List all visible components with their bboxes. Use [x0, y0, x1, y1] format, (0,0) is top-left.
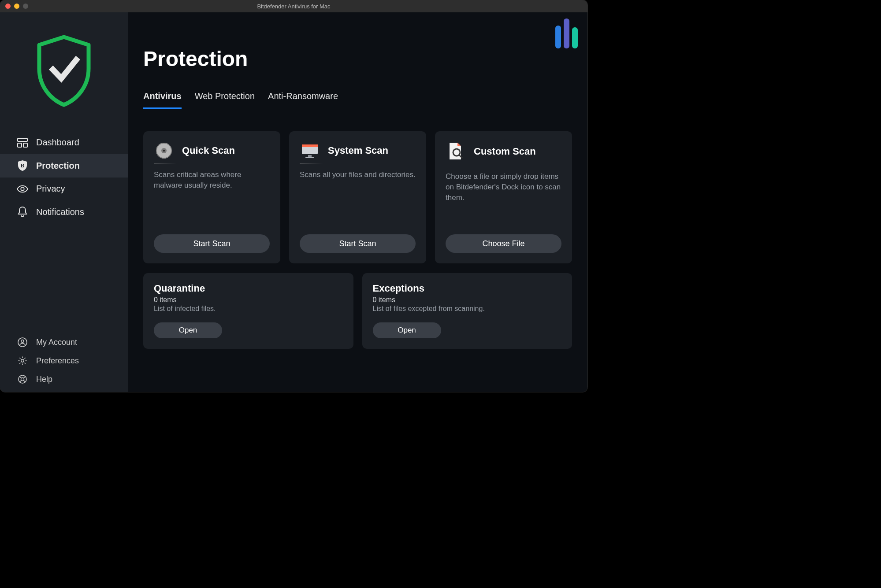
- card-desc: Scans all your files and directories.: [300, 170, 416, 229]
- shield-icon: B: [17, 160, 28, 171]
- quarantine-count: 0 items: [154, 296, 343, 304]
- sidebar: Dashboard B Protection Privacy: [0, 12, 128, 392]
- svg-rect-27: [302, 144, 318, 147]
- svg-line-20: [24, 377, 26, 378]
- window-controls: [5, 4, 28, 9]
- svg-rect-1: [18, 143, 22, 147]
- monitor-icon: [300, 142, 320, 159]
- card-desc: Scans critical areas where malware usual…: [154, 170, 270, 229]
- card-title: Quarantine: [154, 283, 343, 294]
- sidebar-item-label: Dashboard: [36, 137, 79, 148]
- dashboard-icon: [17, 138, 28, 148]
- card-title: Quick Scan: [182, 145, 235, 156]
- svg-line-13: [25, 363, 26, 364]
- svg-rect-2: [23, 143, 27, 147]
- main-content: Protection Antivirus Web Protection Anti…: [128, 12, 587, 392]
- bottom-nav: My Account Preferences Help: [0, 333, 128, 392]
- svg-rect-28: [308, 155, 312, 157]
- status-shield: [0, 12, 128, 131]
- svg-line-12: [19, 358, 20, 359]
- card-title: System Scan: [328, 145, 388, 156]
- bell-icon: [17, 206, 28, 218]
- window-title: Bitdefender Antivirus for Mac: [0, 3, 587, 10]
- sidebar-item-my-account[interactable]: My Account: [0, 333, 128, 351]
- user-icon: [17, 337, 28, 347]
- start-quick-scan-button[interactable]: Start Scan: [154, 234, 270, 253]
- tab-web-protection[interactable]: Web Protection: [195, 91, 255, 109]
- sidebar-item-label: Privacy: [36, 184, 65, 194]
- shield-check-icon: [33, 34, 95, 107]
- svg-point-6: [21, 340, 24, 343]
- svg-rect-29: [305, 157, 314, 158]
- brand-bars-icon: [555, 18, 578, 48]
- card-desc: List of files excepted from scanning.: [373, 305, 562, 313]
- card-quick-scan: Quick Scan Scans critical areas where ma…: [143, 131, 280, 263]
- eye-icon: [17, 185, 28, 193]
- card-quarantine: Quarantine 0 items List of infected file…: [143, 273, 353, 349]
- info-cards-row: Quarantine 0 items List of infected file…: [143, 273, 572, 349]
- main-nav: Dashboard B Protection Privacy: [0, 131, 128, 224]
- tab-anti-ransomware[interactable]: Anti-Ransomware: [268, 91, 338, 109]
- cd-icon: [154, 142, 174, 159]
- gear-icon: [17, 356, 28, 366]
- card-title: Custom Scan: [474, 146, 536, 157]
- scan-cards-row: Quick Scan Scans critical areas where ma…: [143, 131, 572, 263]
- card-desc: Choose a file or simply drop items on Bi…: [446, 171, 561, 229]
- svg-point-17: [21, 378, 24, 381]
- svg-line-14: [25, 358, 26, 359]
- sidebar-item-label: Help: [36, 375, 52, 384]
- app-window: Bitdefender Antivirus for Mac Dashboard: [0, 0, 587, 392]
- svg-line-19: [24, 381, 26, 382]
- svg-line-21: [20, 381, 22, 382]
- svg-point-7: [21, 359, 24, 362]
- tabs: Antivirus Web Protection Anti-Ransomware: [143, 91, 572, 109]
- sidebar-item-label: Preferences: [36, 356, 79, 366]
- sidebar-item-protection[interactable]: B Protection: [0, 154, 128, 178]
- sidebar-item-help[interactable]: Help: [0, 370, 128, 388]
- sidebar-item-label: Notifications: [36, 207, 84, 217]
- page-title: Protection: [143, 12, 572, 91]
- tab-antivirus[interactable]: Antivirus: [143, 91, 182, 109]
- svg-text:B: B: [21, 162, 25, 169]
- sidebar-item-dashboard[interactable]: Dashboard: [0, 131, 128, 154]
- zoom-window-button[interactable]: [23, 4, 28, 9]
- card-exceptions: Exceptions 0 items List of files excepte…: [362, 273, 572, 349]
- svg-point-25: [163, 150, 165, 152]
- titlebar: Bitdefender Antivirus for Mac: [0, 0, 587, 12]
- file-search-icon: [446, 142, 466, 161]
- open-exceptions-button[interactable]: Open: [373, 322, 441, 338]
- open-quarantine-button[interactable]: Open: [154, 322, 222, 338]
- svg-line-18: [20, 377, 22, 378]
- start-system-scan-button[interactable]: Start Scan: [300, 234, 416, 253]
- sidebar-item-label: Protection: [36, 161, 80, 171]
- card-title: Exceptions: [373, 283, 562, 294]
- card-custom-scan: Custom Scan Choose a file or simply drop…: [435, 131, 572, 263]
- sidebar-item-label: My Account: [36, 338, 77, 347]
- svg-line-15: [19, 363, 20, 364]
- svg-point-4: [21, 187, 24, 190]
- card-system-scan: System Scan Scans all your files and dir…: [289, 131, 426, 263]
- card-desc: List of infected files.: [154, 305, 343, 313]
- lifebuoy-icon: [17, 374, 28, 384]
- minimize-window-button[interactable]: [14, 4, 19, 9]
- sidebar-item-notifications[interactable]: Notifications: [0, 200, 128, 224]
- close-window-button[interactable]: [5, 4, 11, 9]
- svg-rect-0: [18, 138, 27, 141]
- sidebar-item-privacy[interactable]: Privacy: [0, 178, 128, 200]
- choose-file-button[interactable]: Choose File: [446, 234, 561, 253]
- exceptions-count: 0 items: [373, 296, 562, 304]
- sidebar-item-preferences[interactable]: Preferences: [0, 351, 128, 370]
